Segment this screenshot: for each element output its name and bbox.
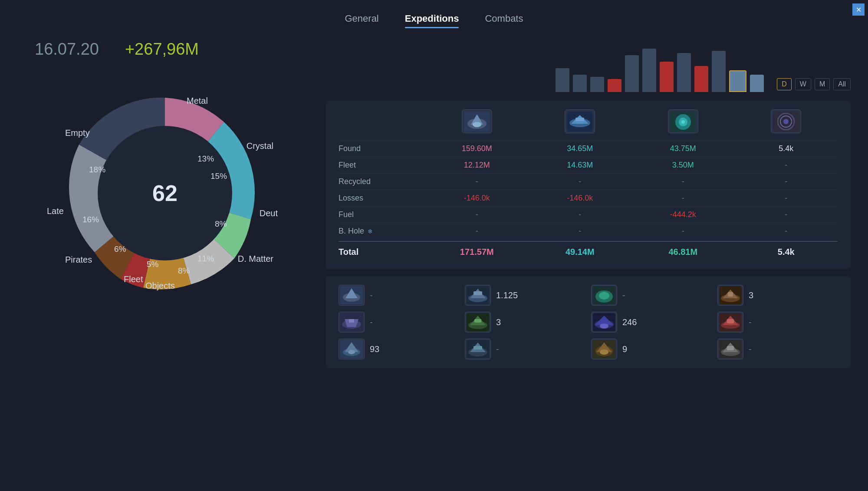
label-recycled: Recycled [339,177,425,186]
val-bhole-1: - [529,227,632,236]
row-bhole: B. Hole ❄ - - - - [339,223,838,239]
ship-thumb-2-3 [717,339,743,359]
svg-rect-54 [473,346,482,349]
val-found-2: 43.75M [631,144,735,153]
bar-7 [677,53,691,92]
val-bhole-2: - [631,227,735,236]
svg-rect-23 [473,291,482,295]
ship-thumb-0-1 [465,285,491,306]
bar-8 [694,66,708,92]
ship-item-0-0: - [339,285,459,306]
row-total: Total 171.57M 49.14M 46.81M 5.4k [339,241,838,260]
bar-9 [712,51,726,92]
val-fuel-1: - [529,210,632,219]
bar-3 [608,79,621,92]
ship-count-1-2: 246 [622,317,637,327]
ship-count-0-2: - [622,290,625,300]
filter-week[interactable]: W [795,78,811,90]
ship-thumb-1-1 [465,312,491,333]
val-fleet-2: 3.50M [631,161,735,170]
label-fuel: Fuel [339,210,425,219]
val-bhole-0: - [425,227,529,236]
left-panel: 16.07.20 +267,96M [17,40,312,368]
val-found-3: 5.4k [735,144,838,153]
val-total-3: 5.4k [735,247,838,257]
ship-thumb-0-2 [591,285,617,306]
val-losses-1: -146.0k [529,194,632,203]
val-losses-2: - [631,194,735,203]
val-fleet-0: 12.12M [425,161,529,170]
ship-item-2-1: - [465,339,585,359]
label-fleet: Fleet [339,161,425,170]
ship-thumb-2-0 [339,339,365,359]
ship-thumb-1-2 [591,312,617,333]
ship-thumb-2-2 [591,339,617,359]
val-recycled-3: - [735,177,838,186]
val-losses-0: -146.0k [425,194,529,203]
val-fleet-1: 14.63M [529,161,632,170]
val-fleet-3: - [735,161,838,170]
bar-4 [625,55,639,92]
ship-icon-2 [668,109,698,133]
col-icon-0 [425,109,529,133]
stats-table: Found 159.60M 34.65M 43.75M 5.4k Fleet 1… [326,101,851,269]
tab-bar: General Expeditions Combats [0,0,868,31]
ship-count-2-1: - [496,344,499,354]
filter-all[interactable]: All [833,78,851,90]
bar-5 [642,49,656,92]
tab-expeditions[interactable]: Expeditions [405,13,459,27]
ships-grid-container: - 1.125 - 3 [326,276,851,368]
ship-item-1-1: 3 [465,312,585,333]
bar-10-selected [729,70,746,92]
ship-item-1-2: 246 [591,312,711,333]
bar-0 [556,68,569,92]
ship-count-1-0: - [370,317,373,327]
close-button[interactable]: ✕ [852,3,865,16]
val-recycled-2: - [631,177,735,186]
val-fuel-0: - [425,210,529,219]
ship-icon-0 [462,109,492,133]
donut-center-value: 62 [152,180,178,206]
svg-point-12 [681,120,685,124]
ship-item-1-3: - [717,312,838,333]
ship-count-0-3: 3 [749,290,753,300]
ship-thumb-0-0 [339,285,365,306]
ship-item-2-3: - [717,339,838,359]
donut-chart: 62 Metal 13% Crystal 15% Deut 8% D. Matt… [43,72,286,315]
ship-count-2-2: 9 [622,344,627,354]
right-panel: D W M All [326,40,851,368]
val-fuel-2: -444.2k [631,210,735,219]
val-recycled-0: - [425,177,529,186]
date-profit-row: 16.07.20 +267,96M [17,40,312,59]
ship-count-0-1: 1.125 [496,290,518,300]
ship-item-2-2: 9 [591,339,711,359]
val-losses-3: - [735,194,838,203]
ship-count-2-3: - [749,344,752,354]
svg-rect-46 [727,319,734,323]
svg-point-42 [600,323,608,329]
tab-general[interactable]: General [345,13,378,27]
svg-rect-30 [728,292,733,297]
filter-month[interactable]: M [815,78,830,90]
val-total-0: 171.57M [425,247,529,257]
label-found: Found [339,144,425,153]
val-total-2: 46.81M [631,247,735,257]
val-found-0: 159.60M [425,144,529,153]
row-recycled: Recycled - - - - [339,173,838,190]
label-losses: Losses [339,194,425,203]
ship-icon-1 [565,109,595,133]
svg-rect-62 [727,346,734,350]
svg-point-50 [348,350,355,354]
bar-6 [660,62,674,92]
ship-count-1-1: 3 [496,317,501,327]
val-bhole-3: - [735,227,838,236]
ships-grid: - 1.125 - 3 [339,285,838,359]
date-label: 16.07.20 [35,40,99,59]
tab-combats[interactable]: Combats [485,13,523,27]
col-icon-1 [529,109,632,133]
stats-table-header [339,109,838,133]
ship-thumb-1-3 [717,312,743,333]
filter-day[interactable]: D [777,78,792,90]
bar-11 [750,75,764,92]
ship-thumb-0-3 [717,285,743,306]
